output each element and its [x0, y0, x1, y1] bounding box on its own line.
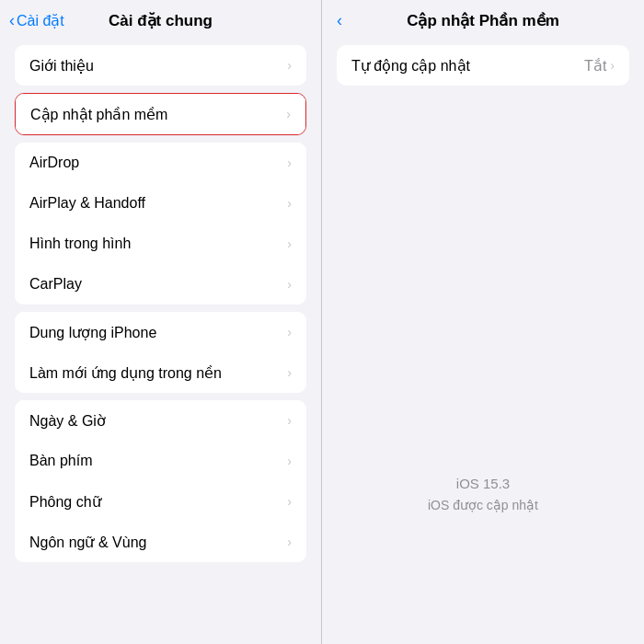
back-button[interactable]: ‹ Cài đặt [9, 11, 64, 30]
chevron-right-icon-6: › [287, 277, 292, 292]
left-panel: ‹ Cài đặt Cài đặt chung Giới thiệu › Cập… [0, 0, 322, 644]
back-label: Cài đặt [17, 12, 64, 29]
cell-group-3: Dung lượng iPhone › Làm mới ứng dụng tro… [15, 312, 306, 393]
chevron-right-icon-11: › [287, 494, 292, 509]
chevron-right-icon-4: › [287, 196, 292, 211]
ngay-gio-cell[interactable]: Ngày & Giờ › [15, 400, 306, 441]
chevron-right-icon-12: › [287, 535, 292, 549]
chevron-right-icon-10: › [287, 454, 292, 468]
chevron-right-icon-9: › [287, 413, 292, 428]
right-panel: ‹ Cập nhật Phần mềm Tự động cập nhật Tắt… [322, 0, 644, 644]
left-nav-title: Cài đặt chung [109, 11, 213, 30]
right-nav-header: ‹ Cập nhật Phần mềm [322, 0, 644, 38]
right-cell-group: Tự động cập nhật Tắt › [337, 45, 629, 86]
ios-status: iOS được cập nhật [322, 495, 644, 515]
right-nav-title: Cập nhật Phần mềm [407, 11, 559, 30]
section-3: Dung lượng iPhone › Làm mới ứng dụng tro… [0, 312, 321, 393]
ban-phim-cell[interactable]: Bàn phím › [15, 441, 306, 481]
cell-group-1: Giới thiệu › [15, 45, 306, 86]
section-4: Ngày & Giờ › Bàn phím › Phông chữ › Ngôn… [0, 400, 321, 562]
ios-version: iOS 15.3 [322, 473, 644, 495]
chevron-right-icon: › [287, 58, 292, 73]
dung-luong-cell[interactable]: Dung lượng iPhone › [15, 312, 306, 352]
chevron-right-icon-7: › [287, 325, 292, 339]
chevron-right-icon-5: › [287, 236, 292, 251]
chevron-right-icon-2: › [286, 107, 291, 121]
gioi-thieu-cell[interactable]: Giới thiệu › [15, 45, 306, 86]
right-back-chevron-icon[interactable]: ‹ [337, 11, 342, 30]
settings-list: Giới thiệu › Cập nhật phần mềm › AirDrop… [0, 38, 321, 644]
airplay-handoff-cell[interactable]: AirPlay & Handoff › [15, 183, 306, 224]
chevron-right-icon-3: › [287, 155, 292, 170]
back-chevron-icon: ‹ [9, 11, 15, 30]
phong-chu-cell[interactable]: Phông chữ › [15, 481, 306, 522]
tu-dong-cap-nhat-cell[interactable]: Tự động cập nhật Tắt › [337, 45, 629, 86]
left-nav-header: ‹ Cài đặt Cài đặt chung [0, 0, 321, 38]
section-1: Giới thiệu › [0, 45, 321, 86]
cell-group-highlighted: Cập nhật phần mềm › [15, 93, 306, 135]
cell-group-2: AirDrop › AirPlay & Handoff › Hình trong… [15, 143, 306, 305]
chevron-right-icon-8: › [287, 365, 292, 380]
section-1b: Cập nhật phần mềm › [0, 93, 321, 135]
cell-group-4: Ngày & Giờ › Bàn phím › Phông chữ › Ngôn… [15, 400, 306, 562]
section-2: AirDrop › AirPlay & Handoff › Hình trong… [0, 143, 321, 305]
cap-nhat-phan-mem-cell[interactable]: Cập nhật phần mềm › [16, 94, 305, 134]
right-content: Tự động cập nhật Tắt › [322, 38, 644, 644]
airdrop-cell[interactable]: AirDrop › [15, 143, 306, 183]
lam-moi-cell[interactable]: Làm mới ứng dụng trong nền › [15, 352, 306, 393]
hinh-trong-hinh-cell[interactable]: Hình trong hình › [15, 224, 306, 264]
ngon-ngu-cell[interactable]: Ngôn ngữ & Vùng › [15, 522, 306, 562]
right-chevron-icon: › [610, 58, 615, 73]
carplay-cell[interactable]: CarPlay › [15, 264, 306, 305]
ios-info: iOS 15.3 iOS được cập nhật [322, 473, 644, 515]
